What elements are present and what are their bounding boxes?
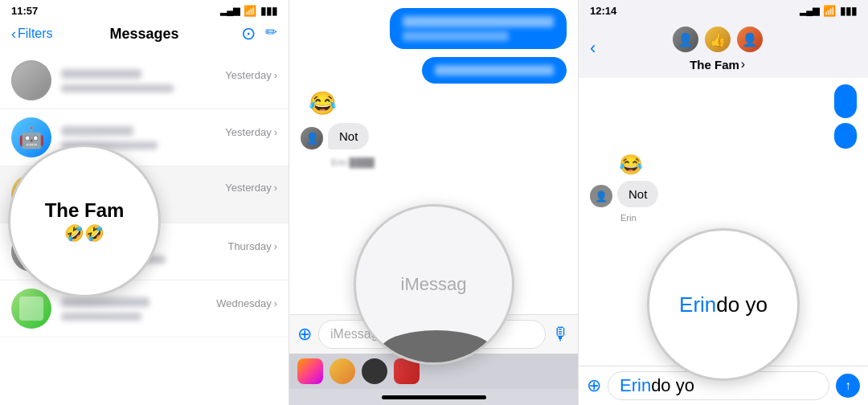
laugh-emoji: 😂 [309,90,337,117]
compose-icon: ✏ [265,24,277,40]
battery-icon-3: ▮▮▮ [840,5,857,17]
bubble-left-row: 👤 Not [301,123,567,149]
group-apps-button[interactable]: ⊕ [587,375,601,396]
chevron-icon-5: › [274,297,277,309]
magnify-circle-fam: The Fam 🤣🤣 [8,145,161,297]
nav-actions-1: ⊙ ✏ [241,23,277,44]
chevron-icon-2: › [274,126,277,138]
group-bubble-right-2 [834,123,857,149]
voice-button[interactable]: 🎙 [552,324,570,345]
name-blur-1 [61,69,141,79]
signal-icon-3: ▂▄▆ [800,6,819,16]
status-icons-1: ▂▄▆ 📶 ▮▮▮ [220,5,277,17]
battery-icon-1: ▮▮▮ [260,5,277,17]
status-bar-1: 11:57 ▂▄▆ 📶 ▮▮▮ [0,0,289,20]
animoji-icon[interactable] [330,358,355,384]
group-avatar-3: 👤 [735,25,764,54]
name-blur-5 [61,297,149,307]
wifi-icon-1: 📶 [244,5,256,17]
time-badge-fam: Yesterday › [225,182,277,194]
bubble-sender-label: Erin ████ [331,158,567,167]
back-button-3[interactable]: ‹ [590,38,596,59]
home-indicator-2 [382,395,486,399]
nav-bar-1: ‹ Filters Messages ⊙ ✏ [0,20,289,52]
group-emoji: 😂 [590,153,857,176]
msg-content-1: Yesterday › [61,69,277,92]
message-item-5[interactable]: Wednesday › [0,280,289,338]
avatar-1 [11,60,51,100]
bubble-blur-1b [403,31,509,41]
avatar-emoji-2: 🤖 [18,125,44,150]
group-left-row: 👤 Not [590,181,857,207]
input-rest: do yo [651,375,694,396]
time-1: 11:57 [11,5,38,17]
status-bar-3: 12:14 ▂▄▆ 📶 ▮▮▮ [579,0,868,20]
magnify-circle-2: iMessag [354,204,514,365]
chat-emoji: 😂 [301,90,567,117]
group-name-row[interactable]: The Fam › [690,57,745,72]
magnify-imessage-text: iMessag [401,274,467,295]
magnify-erin-text: Erin [679,292,716,317]
magnify-circle-3: Erin do yo [647,228,800,381]
filters-back-button[interactable]: ‹ Filters [11,26,53,43]
chevron-icon-1: › [274,69,277,81]
wifi-icon-3: 📶 [823,5,836,17]
chat-bubble-right-2 [422,57,567,84]
bubble-blur-1 [403,16,554,27]
bubble-left-not: Not [328,123,369,149]
preview-blur-5 [61,313,141,321]
group-avatar-2: 👍 [703,25,732,54]
group-bubble-not: Not [617,181,658,207]
send-icon: ↑ [845,378,851,393]
group-nav-row: ‹ 👤 👍 👤 The Fam › [590,25,857,72]
group-name-label: The Fam [690,58,739,72]
home-bar-2 [289,389,578,405]
signal-icon-1: ▂▄▆ [220,6,240,16]
send-button[interactable]: ↑ [836,374,860,398]
group-chevron: › [741,57,745,72]
group-info-center: 👤 👍 👤 The Fam › [596,25,839,72]
time-badge-2: Yesterday › [225,126,277,138]
status-icons-3: ▂▄▆ 📶 ▮▮▮ [800,5,857,17]
magnify-name: The Fam [45,199,125,222]
group-sender-avatar: 👤 [590,185,612,207]
apps-button[interactable]: ⊕ [297,324,312,345]
magnify-content-2: iMessag [356,258,512,311]
filters-label[interactable]: Filters [18,27,53,41]
preview-blur-1 [61,84,174,92]
time-badge-5: Wednesday › [216,297,277,309]
time-3: 12:14 [590,5,616,17]
avatar-5 [11,288,51,329]
time-badge-1: Yesterday › [225,69,277,81]
message-item-1[interactable]: Yesterday › [0,52,289,109]
time-badge-4: Thursday › [227,240,277,252]
group-sender-label: Erin [620,213,857,223]
group-header: ‹ 👤 👍 👤 The Fam › [579,20,868,78]
more-icon: ⊙ [241,23,256,43]
more-button[interactable]: ⊙ [241,23,256,44]
group-avatar-1: 👤 [671,25,700,54]
memoji-icon[interactable] [362,358,387,384]
bubble-blur-2 [435,65,554,76]
group-laugh-emoji: 😂 [619,153,643,175]
group-chat-panel: 12:14 ▂▄▆ 📶 ▮▮▮ ‹ 👤 👍 👤 The Fam › [579,0,868,405]
chat-bubble-right-1 [390,8,567,49]
chat-panel: 😂 👤 Not Erin ████ ⊕ iMessage 🎙 [289,0,579,405]
photos-app-icon[interactable] [297,358,323,384]
magnify-arc [380,330,493,365]
msg-content-5: Wednesday › [61,297,277,321]
chevron-icon-4: › [274,240,277,252]
chevron-icon-fam: › [274,182,277,194]
compose-button[interactable]: ✏ [265,23,277,44]
group-avatar-row: 👤 👍 👤 [671,25,764,54]
avatar-2: 🤖 [11,117,51,158]
messages-panel: 11:57 ▂▄▆ 📶 ▮▮▮ ‹ Filters Messages ⊙ ✏ [0,0,289,405]
input-erin: Erin [620,375,651,396]
sender-avatar: 👤 [301,127,323,149]
chevron-left-icon: ‹ [11,26,16,43]
group-bubble-right-1 [834,84,857,118]
magnify-rest-text: do yo [716,292,768,317]
magnify-emoji: 🤣🤣 [64,223,104,243]
messages-title: Messages [109,26,178,43]
name-blur-2 [61,126,133,136]
